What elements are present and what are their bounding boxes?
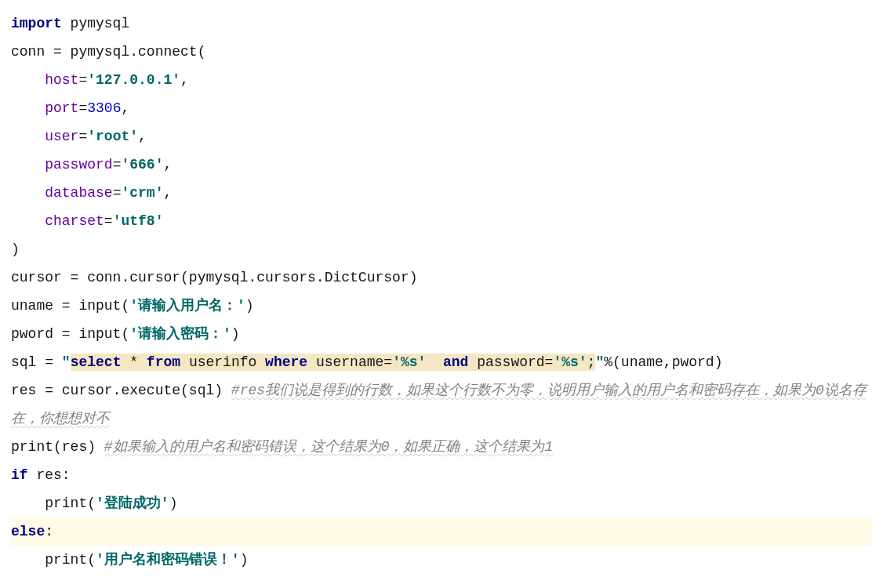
code-line-16: if res: [11,461,872,489]
string-literal: '请输入用户名：' [129,298,245,314]
module-name: pymysql [62,16,129,31]
code-line-19: print('用户名和密码错误！') [11,546,872,574]
string-literal: 'root' [87,129,138,144]
string-literal: '登陆成功' [96,495,169,511]
format-placeholder: '%s' [553,354,587,371]
code-line-2: conn = pymysql.connect( [11,38,872,66]
sql-keyword-select: select [71,354,130,371]
keyword-else: else [11,524,45,539]
kwarg-password: password [45,157,112,172]
comment: #如果输入的用户名和密码错误，这个结果为0，如果正确，这个结果为1 [104,439,553,455]
code-line-14: res = cursor.execute(sql) #res我们说是得到的行数，… [11,376,872,433]
code-line-7: database='crm', [11,179,872,207]
kwarg-host: host [45,72,78,88]
string-literal: '用户名和密码错误！' [96,552,240,568]
kwarg-charset: charset [45,213,104,229]
code-line-5: user='root', [11,122,872,151]
code-line-17: print('登陆成功') [11,489,872,517]
string-literal: 'crm' [121,185,163,201]
code-line-6: password='666', [11,151,872,179]
code-line-18: else: [11,517,872,546]
keyword-if: if [11,467,28,483]
code-line-10: cursor = conn.cursor(pymysql.cursors.Dic… [11,263,872,292]
code-line-3: host='127.0.0.1', [11,66,872,94]
number-literal: 3306 [87,100,121,116]
code-line-12: pword = input('请输入密码：') [11,320,872,348]
code-line-4: port=3306, [11,94,872,122]
code-line-11: uname = input('请输入用户名：') [11,292,872,320]
sql-keyword-and: and [434,354,477,371]
sql-keyword-where: where [265,354,316,371]
string-literal: 'utf8' [113,213,164,229]
kwarg-port: port [45,100,78,116]
code-line-13: sql = "select * from userinfo where user… [11,348,872,376]
code-block: import pymysql conn = pymysql.connect( h… [11,9,872,574]
code-line-1: import pymysql [11,9,872,38]
string-literal: '666' [121,157,163,172]
keyword-import: import [11,16,62,31]
format-placeholder: '%s' [392,354,426,371]
code-line-9: ) [11,235,872,263]
string-literal: '请输入密码：' [129,326,231,342]
string-literal: '127.0.0.1' [87,72,180,88]
code-line-8: charset='utf8' [11,207,872,235]
kwarg-database: database [45,185,112,201]
kwarg-user: user [45,129,78,144]
sql-keyword-from: from [147,354,189,371]
code-line-15: print(res) #如果输入的用户名和密码错误，这个结果为0，如果正确，这个… [11,433,872,461]
